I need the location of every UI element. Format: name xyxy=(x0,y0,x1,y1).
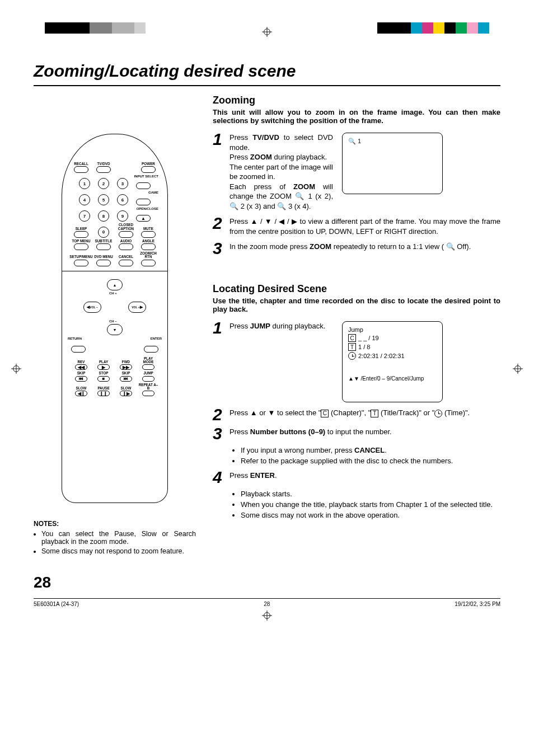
lbl-chminus: CH – xyxy=(109,320,117,323)
btn-recall xyxy=(74,166,88,173)
magnifier-icon: 🔍 xyxy=(295,192,305,200)
step-body: Press Number buttons (0–9) to input the … xyxy=(229,427,500,437)
btn-rev: ◀◀ xyxy=(75,364,87,370)
magnifier-icon: 🔍 xyxy=(277,202,286,210)
remote-diagram: RECALL TV/DVD POWER INPUT SELECT 1 2 3 G… xyxy=(62,134,168,503)
btn-pause: ❙❙ xyxy=(97,391,110,396)
btn-ch-minus: ▼ xyxy=(107,324,123,335)
osd-footer: ▲▼ /Enter/0 – 9/Cancel/Jump xyxy=(348,375,437,382)
notes-heading: NOTES: xyxy=(34,520,196,528)
lbl-chplus: CH + xyxy=(109,292,117,295)
locate-step-3: 3 Press Number buttons (0–9) to input th… xyxy=(213,427,500,440)
right-column: Zooming This unit will allow you to zoom… xyxy=(213,95,500,557)
step-body: Press ▲ / ▼ / ◀ / ▶ to view a different … xyxy=(229,217,500,236)
title-icon: T xyxy=(348,343,356,351)
up-arrow-icon: ▲ xyxy=(250,408,257,417)
btn-input-select xyxy=(136,182,151,189)
step3-bullets: If you input a wrong number, press CANCE… xyxy=(233,446,500,465)
lbl-setupmenu: SETUP/MENU xyxy=(69,255,92,259)
footer-right: 19/12/02, 3:25 PM xyxy=(455,601,500,607)
osd-jump-title: Jump xyxy=(348,326,437,333)
btn-sleep xyxy=(74,231,88,238)
btn-jump xyxy=(142,376,154,382)
down-arrow-icon: ▼ xyxy=(265,217,272,226)
zoom-step-1: 1 Press TV/DVD to select DVD mode. Press… xyxy=(213,133,500,211)
lbl-playmode: PLAY MODE xyxy=(138,357,158,364)
btn-vol-plus: VOL + ▶ xyxy=(128,302,146,313)
magnifier-icon: 🔍 xyxy=(446,242,455,251)
btn-slow-r: ❙▶ xyxy=(120,391,132,396)
btn-setupmenu xyxy=(74,260,88,266)
btn-fwd: ▶▶ xyxy=(120,364,132,370)
locating-heading: Locating Desired Scene xyxy=(213,283,500,295)
btn-9: 9 xyxy=(117,210,128,222)
zoom-step-2: 2 Press ▲ / ▼ / ◀ / ▶ to view a differen… xyxy=(213,217,500,236)
btn-1: 1 xyxy=(79,178,90,189)
btn-topmenu xyxy=(74,243,88,250)
lbl-jump: JUMP xyxy=(143,372,153,375)
note-item: You can select the Pause, Slow or Search… xyxy=(41,530,196,546)
zooming-lead: This unit will allow you to zoom in on t… xyxy=(213,108,500,125)
lbl-mute: MUTE xyxy=(143,227,153,231)
step-number: 3 xyxy=(213,427,224,440)
footer-center: 28 xyxy=(264,601,270,607)
step-number: 2 xyxy=(213,217,224,230)
btn-stop: ■ xyxy=(97,376,110,382)
lbl-sleep: SLEEP xyxy=(76,227,87,231)
btn-8: 8 xyxy=(98,210,109,222)
lbl-play: PLAY xyxy=(99,360,108,364)
btn-5: 5 xyxy=(98,194,109,205)
lbl-zoom: ZOOM/CH RTN xyxy=(138,252,158,259)
step-number: 2 xyxy=(213,408,224,421)
step-number: 1 xyxy=(213,321,224,335)
registration-mark-right-icon xyxy=(513,364,523,375)
btn-playmode xyxy=(142,364,154,370)
osd-chapter: _ _ / 19 xyxy=(358,335,379,341)
btn-zoom xyxy=(141,260,156,266)
bullet-item: If you input a wrong number, press CANCE… xyxy=(241,446,500,454)
osd-zoom-text: 🔍 1 xyxy=(348,138,361,144)
locate-step-1: 1 Press JUMP during playback. Jump C_ _ … xyxy=(213,321,500,402)
page-number: 28 xyxy=(34,574,500,591)
lbl-cc: CLOSED CAPTION xyxy=(118,223,134,231)
crop-bar-left xyxy=(45,22,146,34)
footer-left: 5E60301A (24-37) xyxy=(34,601,79,607)
lbl-audio: AUDIO xyxy=(120,240,132,243)
step-body: Press ▲ or ▼ to select the "C (Chapter)"… xyxy=(229,408,500,418)
lbl-fwd: FWD xyxy=(122,360,130,364)
zoom-step-3: 3 In the zoom mode press ZOOM repeatedly… xyxy=(213,242,500,255)
page: Zooming/Locating desired scene RECALL TV… xyxy=(0,0,534,756)
lbl-recall: RECALL xyxy=(74,162,88,166)
registration-mark-bottom-icon xyxy=(34,611,500,622)
btn-subtitle xyxy=(96,243,111,250)
btn-game xyxy=(136,199,151,205)
down-arrow-icon: ▼ xyxy=(268,408,275,417)
btn-skip-l: ⏮ xyxy=(75,376,87,382)
lbl-topmenu: TOP MENU xyxy=(72,240,90,243)
osd-zoom-box: 🔍 1 xyxy=(342,133,443,194)
step-body: Press TV/DVD to select DVD mode. Press Z… xyxy=(229,133,333,211)
btn-3: 3 xyxy=(117,178,128,189)
title-icon: T xyxy=(371,410,378,417)
page-title: Zooming/Locating desired scene xyxy=(34,62,500,81)
dpad-zone: ▲ CH + ◀ VOL – VOL + ▶ CH – ▼ RETURN ENT… xyxy=(62,271,167,344)
locate-step-4: 4 Press ENTER. xyxy=(213,471,500,484)
left-arrow-icon: ◀ xyxy=(279,217,285,226)
lbl-power: POWER xyxy=(142,162,155,166)
btn-cancel xyxy=(119,260,133,266)
up-arrow-icon: ▲ xyxy=(250,217,257,226)
locating-lead: Use the title, chapter and time recorded… xyxy=(213,297,500,313)
osd-jump-box: Jump C_ _ / 19 T1 / 8 2:02:31 / 2:02:31 … xyxy=(342,321,443,402)
lbl-pause: PAUSE xyxy=(97,387,109,390)
btn-return xyxy=(71,346,86,353)
btn-0: 0 xyxy=(98,227,109,238)
lbl-subtitle: SUBTITLE xyxy=(95,240,113,243)
btn-audio xyxy=(119,243,133,250)
btn-repeat xyxy=(142,391,154,396)
bullet-item: Some discs may not work in the above ope… xyxy=(241,511,500,519)
chapter-icon: C xyxy=(348,334,356,342)
left-column: RECALL TV/DVD POWER INPUT SELECT 1 2 3 G… xyxy=(34,95,196,557)
title-block: Zooming/Locating desired scene xyxy=(34,62,500,86)
registration-mark-left-icon xyxy=(11,364,21,375)
lbl-return: RETURN xyxy=(68,337,82,340)
